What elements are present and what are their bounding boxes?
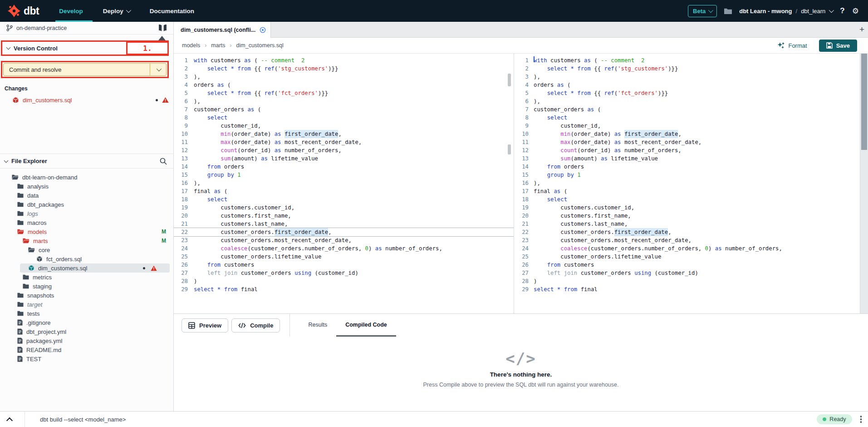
code-line-26[interactable]: 26 from customers [517, 261, 860, 269]
tree-item-target[interactable]: target [0, 300, 173, 309]
code-line-21[interactable]: 21 customers.last_name, [517, 220, 860, 228]
branch-name[interactable]: on-demand-practice [16, 25, 67, 31]
code-line-14[interactable]: 14 from orders [517, 163, 860, 171]
code-line-29[interactable]: 29select * from final [517, 285, 860, 293]
code-line-13[interactable]: 13 sum(amount) as lifetime_value [174, 154, 514, 163]
breadcrumb-segment[interactable]: marts [211, 42, 225, 49]
tree-item-data[interactable]: data [0, 191, 173, 200]
tree-item-dim-customers-sql[interactable]: dim_customers.sql [0, 263, 173, 273]
tree-item-models[interactable]: modelsM [0, 227, 173, 236]
code-line-12[interactable]: 12 count(order_id) as number_of_orders, [174, 146, 514, 154]
tree-item-test[interactable]: TEST [0, 354, 173, 363]
gear-icon[interactable]: ⚙ [852, 6, 859, 16]
tree-item-marts[interactable]: martsM [0, 236, 173, 245]
code-line-9[interactable]: 9 customer_id, [174, 122, 514, 130]
code-line-19[interactable]: 19 customers.customer_id, [174, 204, 514, 212]
code-line-8[interactable]: 8 select [517, 114, 860, 122]
commit-and-resolve-button[interactable]: Commit and resolve [3, 63, 167, 76]
breadcrumb-segment[interactable]: dim_customers.sql [236, 42, 284, 49]
code-line-5[interactable]: 5 select * from {{ ref('fct_orders')}} [517, 89, 860, 97]
tab-dim-customers[interactable]: dim_customers.sql (confli... [174, 22, 271, 38]
tree-item-dbt-packages[interactable]: dbt_packages [0, 200, 173, 209]
editor-scrollbar[interactable] [860, 54, 868, 313]
code-line-22[interactable]: 22 customer_orders.first_order_date, [174, 228, 514, 236]
tree-item-staging[interactable]: staging [0, 282, 173, 291]
code-line-14[interactable]: 14 from orders [174, 163, 514, 171]
code-line-6[interactable]: 6), [517, 97, 860, 105]
scrollbar-thumb[interactable] [861, 54, 867, 150]
tree-item-tests[interactable]: tests [0, 309, 173, 318]
search-icon[interactable] [160, 158, 167, 165]
editor-pane-right[interactable]: 1with customers as ( -- comment 22 selec… [517, 54, 860, 313]
dbt-logo[interactable]: dbt [7, 4, 39, 18]
code-line-28[interactable]: 28) [174, 277, 514, 285]
code-line-17[interactable]: 17final as ( [174, 187, 514, 195]
expand-chevron-icon[interactable] [6, 417, 13, 424]
code-line-2[interactable]: 2 select * from {{ ref('stg_customers')}… [174, 65, 514, 73]
nav-develop[interactable]: Develop [59, 8, 83, 15]
code-line-3[interactable]: 3), [517, 73, 860, 81]
code-line-6[interactable]: 6), [174, 97, 514, 105]
tree-item-core[interactable]: core [0, 245, 173, 254]
code-line-1[interactable]: 1with customers as ( -- comment 2 [517, 56, 860, 65]
code-line-29[interactable]: 29select * from final [174, 285, 514, 293]
tree-item-dbt-project-yml[interactable]: dbt_project.yml [0, 327, 173, 336]
kebab-menu-icon[interactable] [860, 416, 862, 423]
panel-tab-compiled-code[interactable]: Compiled Code [336, 314, 396, 337]
code-line-18[interactable]: 18 select [174, 195, 514, 204]
docs-book-icon[interactable] [158, 24, 167, 32]
code-line-9[interactable]: 9 customer_id, [517, 122, 860, 130]
code-line-5[interactable]: 5 select * from {{ ref('fct_orders')}} [174, 89, 514, 97]
code-line-10[interactable]: 10 min(order_date) as first_order_date, [174, 130, 514, 138]
code-line-12[interactable]: 12 count(order_id) as number_of_orders, [517, 146, 860, 154]
editor-pane-left[interactable]: 1with customers as ( -- comment 22 selec… [174, 54, 514, 313]
code-line-23[interactable]: 23 customer_orders.most_recent_order_dat… [517, 236, 860, 244]
code-line-4[interactable]: 4orders as ( [517, 81, 860, 89]
code-line-21[interactable]: 21 customers.last_name, [174, 220, 514, 228]
tree-item-packages-yml[interactable]: packages.yml [0, 336, 173, 345]
code-line-11[interactable]: 11 max(order_date) as most_recent_order_… [517, 138, 860, 146]
tree-item-logs[interactable]: logs [0, 209, 173, 218]
code-line-7[interactable]: 7customer_orders as ( [517, 105, 860, 114]
nav-deploy[interactable]: Deploy [103, 8, 130, 15]
code-line-25[interactable]: 25 customer_orders.lifetime_value [517, 253, 860, 261]
tree-item-readme-md[interactable]: README.md [0, 345, 173, 354]
code-line-24[interactable]: 24 coalesce(customer_orders.number_of_or… [517, 244, 860, 253]
tree-item-snapshots[interactable]: snapshots [0, 291, 173, 300]
code-line-10[interactable]: 10 min(order_date) as first_order_date, [517, 130, 860, 138]
code-line-20[interactable]: 20 customers.first_name, [517, 212, 860, 220]
tree-item-dbt-learn-on-demand[interactable]: dbt-learn-on-demand [0, 173, 173, 182]
tree-item-metrics[interactable]: metrics [0, 273, 173, 282]
code-line-20[interactable]: 20 customers.first_name, [174, 212, 514, 220]
command-input[interactable]: dbt build --select <model_name> [40, 416, 126, 423]
tree-item--gitignore[interactable]: .gitignore [0, 318, 173, 327]
code-line-26[interactable]: 26 from customers [174, 261, 514, 269]
beta-toggle[interactable]: Beta [688, 5, 717, 17]
code-line-17[interactable]: 17final as ( [517, 187, 860, 195]
panel-tab-results[interactable]: Results [299, 314, 336, 337]
code-line-3[interactable]: 3), [174, 73, 514, 81]
nav-documentation[interactable]: Documentation [150, 8, 194, 15]
file-explorer-header[interactable]: File Explorer [0, 154, 173, 169]
tree-item-fct-orders-sql[interactable]: fct_orders.sql [0, 254, 173, 263]
code-line-18[interactable]: 18 select [517, 195, 860, 204]
code-line-11[interactable]: 11 max(order_date) as most_recent_order_… [174, 138, 514, 146]
changed-file-row[interactable]: dim_customers.sql [0, 94, 173, 105]
compile-button[interactable]: Compile [231, 318, 280, 333]
preview-button[interactable]: Preview [181, 318, 228, 333]
format-button[interactable]: Format [777, 42, 807, 50]
code-line-19[interactable]: 19 customers.customer_id, [517, 204, 860, 212]
code-line-15[interactable]: 15 group by 1 [174, 171, 514, 179]
code-line-28[interactable]: 28) [517, 277, 860, 285]
breadcrumb-segment[interactable]: models [182, 42, 200, 49]
code-line-4[interactable]: 4orders as ( [174, 81, 514, 89]
code-line-27[interactable]: 27 left join customer_orders using (cust… [517, 269, 860, 277]
code-line-24[interactable]: 24 coalesce(customer_orders.number_of_or… [174, 244, 514, 253]
code-line-7[interactable]: 7customer_orders as ( [174, 105, 514, 114]
tree-item-analysis[interactable]: analysis [0, 182, 173, 191]
code-line-23[interactable]: 23 customer_orders.most_recent_order_dat… [174, 236, 514, 244]
code-line-8[interactable]: 8 select [174, 114, 514, 122]
code-line-13[interactable]: 13 sum(amount) as lifetime_value [517, 154, 860, 163]
code-line-1[interactable]: 1with customers as ( -- comment 2 [174, 56, 514, 65]
code-line-27[interactable]: 27 left join customer_orders using (cust… [174, 269, 514, 277]
